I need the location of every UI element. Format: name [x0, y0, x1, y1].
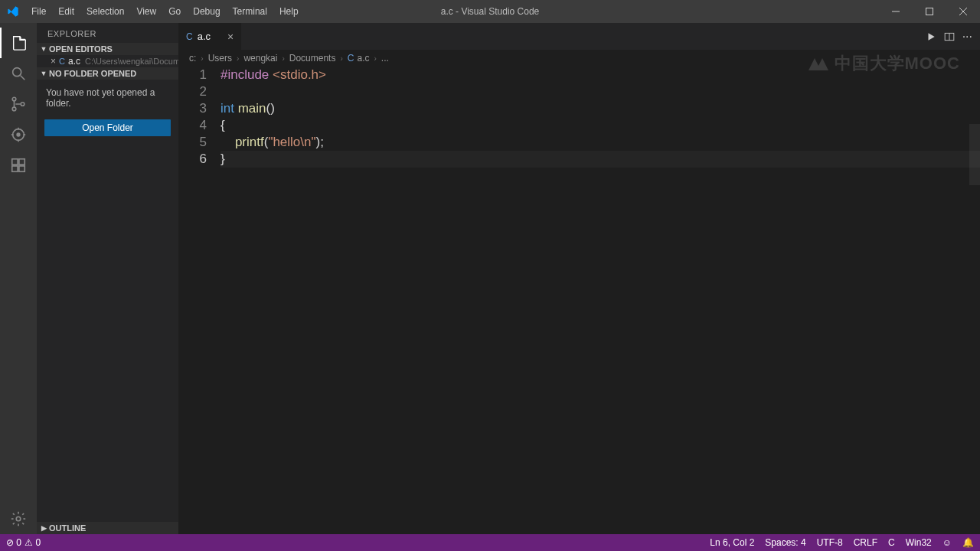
no-folder-header[interactable]: ▼ NO FOLDER OPENED — [37, 67, 178, 80]
no-folder-label: NO FOLDER OPENED — [49, 69, 136, 78]
settings-gear-icon[interactable] — [0, 504, 37, 534]
outline-label: OUTLINE — [49, 523, 86, 533]
code-content[interactable]: #include <stdio.h>int main(){ printf("he… — [220, 67, 980, 534]
status-bar: ⊘ 0 ⚠ 0 Ln 6, Col 2 Spaces: 4 UTF-8 CRLF… — [0, 534, 980, 551]
svg-point-8 — [21, 103, 24, 106]
title-bar: FileEditSelectionViewGoDebugTerminalHelp… — [0, 0, 980, 23]
token-string: "hello\n" — [268, 135, 315, 149]
chevron-right-icon: ▶ — [38, 524, 49, 532]
minimap[interactable] — [969, 67, 980, 551]
file-lang-badge: C — [59, 57, 65, 66]
status-feedback-icon[interactable]: ☺ — [942, 537, 952, 548]
svg-point-19 — [16, 517, 21, 521]
line-number: 4 — [178, 117, 207, 134]
line-number: 2 — [178, 83, 207, 100]
tab-lang-badge: C — [186, 31, 193, 42]
minimize-button[interactable] — [879, 0, 913, 23]
close-button[interactable] — [946, 0, 980, 23]
status-warnings[interactable]: ⚠ 0 — [24, 537, 41, 548]
breadcrumbs[interactable]: c:›Users›wengkai›Documents›C a.c›... — [178, 50, 980, 67]
menu-go[interactable]: Go — [163, 0, 186, 23]
breadcrumb-segment[interactable]: Users — [208, 53, 232, 64]
menu-terminal[interactable]: Terminal — [227, 0, 273, 23]
code-line[interactable]: { — [220, 117, 980, 134]
menu-debug[interactable]: Debug — [188, 0, 225, 23]
code-line[interactable]: } — [220, 151, 980, 168]
explorer-icon[interactable] — [0, 28, 37, 58]
editor-area: C a.c × ··· c:›Users›wengkai›Documents›C… — [178, 23, 980, 534]
code-line[interactable] — [220, 83, 980, 100]
token-directive: #include — [220, 67, 269, 82]
status-encoding[interactable]: UTF-8 — [817, 537, 843, 548]
outline-header[interactable]: ▶ OUTLINE — [37, 522, 178, 534]
svg-rect-15 — [12, 159, 18, 165]
close-editor-icon[interactable]: × — [51, 56, 56, 67]
breadcrumb-file[interactable]: a.c — [357, 53, 369, 64]
code-line[interactable]: #include <stdio.h> — [220, 67, 980, 83]
editor-tab[interactable]: C a.c × — [178, 23, 242, 50]
svg-line-5 — [21, 76, 25, 80]
chevron-right-icon: › — [374, 54, 376, 63]
breadcrumb-segment[interactable]: Documents — [289, 53, 336, 64]
open-editors-header[interactable]: ▼ OPEN EDITORS — [37, 43, 178, 55]
code-editor[interactable]: 123456 #include <stdio.h>int main(){ pri… — [178, 67, 980, 534]
chevron-down-icon: ▼ — [38, 70, 49, 77]
status-eol[interactable]: CRLF — [854, 537, 877, 548]
extensions-icon[interactable] — [0, 150, 37, 181]
more-actions-icon[interactable]: ··· — [962, 30, 972, 44]
token-punct — [220, 135, 235, 149]
code-line[interactable]: printf("hello\n"); — [220, 134, 980, 151]
chevron-right-icon: › — [201, 54, 203, 63]
code-line[interactable]: int main() — [220, 100, 980, 117]
debug-icon[interactable] — [0, 119, 37, 150]
explorer-sidebar: EXPLORER ▼ OPEN EDITORS × C a.c C:\Users… — [37, 23, 178, 534]
source-control-icon[interactable] — [0, 89, 37, 119]
vscode-logo-icon — [0, 5, 26, 18]
menu-view[interactable]: View — [131, 0, 162, 23]
tab-file-name: a.c — [198, 31, 211, 42]
scroll-thumb[interactable] — [969, 124, 980, 185]
menu-edit[interactable]: Edit — [53, 0, 80, 23]
line-number: 5 — [178, 134, 207, 151]
tab-close-icon[interactable]: × — [227, 31, 234, 43]
menu-selection[interactable]: Selection — [81, 0, 129, 23]
token-punct: } — [220, 152, 225, 166]
status-language[interactable]: C — [888, 537, 895, 548]
split-editor-icon[interactable] — [944, 31, 955, 42]
menu-bar: FileEditSelectionViewGoDebugTerminalHelp — [26, 0, 304, 23]
status-indent[interactable]: Spaces: 4 — [765, 537, 805, 548]
svg-point-10 — [17, 133, 20, 136]
window-controls — [879, 0, 980, 23]
token-func: main — [238, 101, 266, 116]
chevron-down-icon: ▼ — [38, 45, 49, 53]
editor-tab-actions: ··· — [926, 23, 980, 50]
open-editor-item[interactable]: × C a.c C:\Users\wengkai\Documents — [37, 55, 178, 67]
status-cursor-position[interactable]: Ln 6, Col 2 — [710, 537, 754, 548]
menu-file[interactable]: File — [26, 0, 51, 23]
menu-help[interactable]: Help — [274, 0, 304, 23]
svg-rect-17 — [12, 166, 18, 171]
token-func: printf — [235, 135, 264, 149]
status-errors[interactable]: ⊘ 0 — [6, 537, 21, 548]
token-punct: ); — [316, 135, 324, 149]
token-string: <stdio.h> — [273, 67, 326, 82]
open-folder-button[interactable]: Open Folder — [44, 119, 171, 136]
line-number: 3 — [178, 100, 207, 117]
line-number: 1 — [178, 67, 207, 83]
svg-point-6 — [12, 97, 16, 101]
svg-point-7 — [12, 107, 16, 111]
token-punct: { — [220, 118, 225, 132]
breadcrumb-trail[interactable]: ... — [381, 53, 389, 64]
breadcrumb-segment[interactable]: c: — [189, 53, 196, 64]
search-icon[interactable] — [0, 58, 37, 89]
activity-bar — [0, 23, 37, 534]
run-icon[interactable] — [926, 31, 936, 42]
status-build[interactable]: Win32 — [906, 537, 932, 548]
sidebar-title: EXPLORER — [37, 23, 178, 43]
svg-rect-16 — [19, 159, 24, 165]
chevron-right-icon: › — [282, 54, 284, 63]
maximize-button[interactable] — [913, 0, 946, 23]
no-folder-message: You have not yet opened a folder. — [37, 80, 178, 116]
editor-tabs: C a.c × ··· — [178, 23, 980, 50]
breadcrumb-segment[interactable]: wengkai — [243, 53, 277, 64]
